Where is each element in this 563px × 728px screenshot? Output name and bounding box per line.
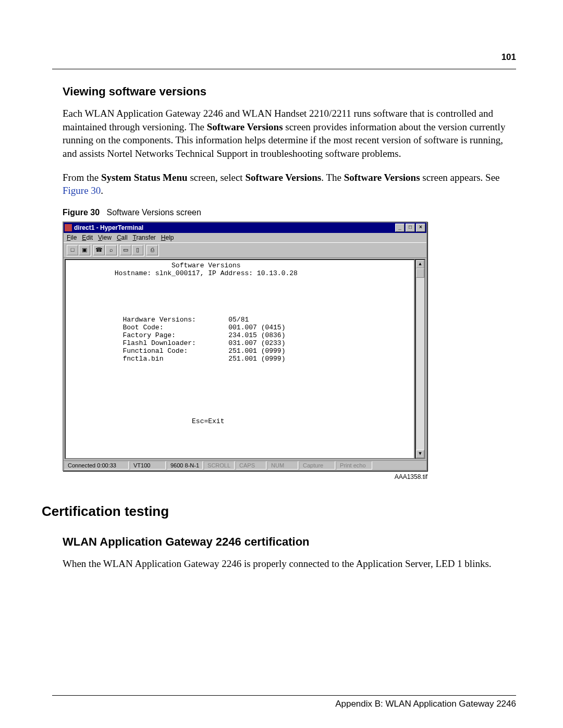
heading-certification-testing: Certification testing: [42, 503, 516, 520]
page-number: 101: [52, 52, 516, 63]
hyperterminal-window: direct1 - HyperTerminal _ □ × File Edit …: [63, 221, 427, 471]
text: From the: [63, 172, 101, 183]
bold-software-versions-3: Software Versions: [344, 172, 420, 183]
text: screen, select: [188, 172, 246, 183]
window-title: direct1 - HyperTerminal: [74, 224, 395, 231]
scroll-up-icon[interactable]: ▲: [416, 260, 424, 268]
paragraph-intro: Each WLAN Application Gateway 2246 and W…: [63, 107, 516, 161]
menu-call[interactable]: Call: [117, 234, 128, 241]
image-filename-label: AAA1358.tif: [63, 473, 427, 480]
window-titlebar: direct1 - HyperTerminal _ □ ×: [64, 223, 426, 233]
toolbar-open-icon[interactable]: ▣: [79, 245, 90, 255]
figure-label: Figure 30: [63, 208, 100, 217]
status-emulation: VT100: [130, 461, 166, 470]
figure-title: Software Versions screen: [106, 208, 201, 217]
figure-30-link[interactable]: Figure 30: [63, 185, 101, 196]
paragraph-instruction: From the System Status Menu screen, sele…: [63, 171, 516, 198]
status-num: NUM: [267, 461, 298, 470]
terminal-text: Software Versions Hostname: slnk_000117,…: [66, 260, 414, 428]
bold-system-status-menu: System Status Menu: [101, 172, 188, 183]
vertical-scrollbar[interactable]: ▲ ▼: [415, 259, 425, 459]
window-controls: _ □ ×: [395, 224, 425, 232]
minimize-button[interactable]: _: [395, 224, 405, 232]
text: screen appears. See: [420, 172, 500, 183]
heading-wlan-gateway-certification: WLAN Application Gateway 2246 certificat…: [63, 535, 516, 549]
status-scroll: SCROLL: [204, 461, 235, 470]
footer-rule: [52, 695, 516, 696]
figure-caption: Figure 30 Software Versions screen: [63, 208, 516, 217]
status-caps: CAPS: [236, 461, 266, 470]
status-settings: 9600 8-N-1: [167, 461, 203, 470]
menu-view[interactable]: View: [98, 234, 112, 241]
statusbar: Connected 0:00:33 VT100 9600 8-N-1 SCROL…: [64, 460, 426, 470]
menubar: File Edit View Call Transfer Help: [64, 233, 426, 242]
menu-file[interactable]: File: [67, 234, 77, 241]
close-button[interactable]: ×: [416, 224, 425, 232]
toolbar-call-icon[interactable]: ☎: [93, 245, 105, 255]
heading-viewing-software-versions: Viewing software versions: [63, 85, 516, 98]
figure-image: direct1 - HyperTerminal _ □ × File Edit …: [63, 221, 427, 480]
page-footer: Appendix B: WLAN Application Gateway 224…: [52, 699, 516, 709]
toolbar-new-icon[interactable]: □: [67, 245, 78, 255]
scroll-track[interactable]: [416, 268, 424, 450]
toolbar-receive-icon[interactable]: ▯: [132, 245, 143, 255]
status-printecho: Print echo: [336, 461, 372, 470]
menu-help[interactable]: Help: [161, 234, 174, 241]
terminal-output: Software Versions Hostname: slnk_000117,…: [65, 259, 415, 459]
text: .: [101, 185, 103, 196]
paragraph-certification: When the WLAN Application Gateway 2246 i…: [63, 557, 516, 571]
scroll-down-icon[interactable]: ▼: [416, 450, 424, 458]
toolbar: □ ▣ ☎ ⌕ ▭ ▯ ⎙: [64, 242, 426, 258]
status-capture: Capture: [299, 461, 335, 470]
maximize-button[interactable]: □: [406, 224, 415, 232]
bold-software-versions: Software Versions: [207, 121, 283, 132]
toolbar-properties-icon[interactable]: ⎙: [146, 245, 158, 255]
bold-software-versions-2: Software Versions: [245, 172, 321, 183]
scroll-thumb[interactable]: [416, 268, 424, 278]
text: . The: [321, 172, 344, 183]
toolbar-send-icon[interactable]: ▭: [120, 245, 131, 255]
menu-edit[interactable]: Edit: [82, 234, 93, 241]
toolbar-disconnect-icon[interactable]: ⌕: [105, 245, 117, 255]
header-rule: [52, 69, 516, 69]
menu-transfer[interactable]: Transfer: [133, 234, 156, 241]
status-connected: Connected 0:00:33: [64, 461, 129, 470]
app-icon: [65, 224, 72, 231]
